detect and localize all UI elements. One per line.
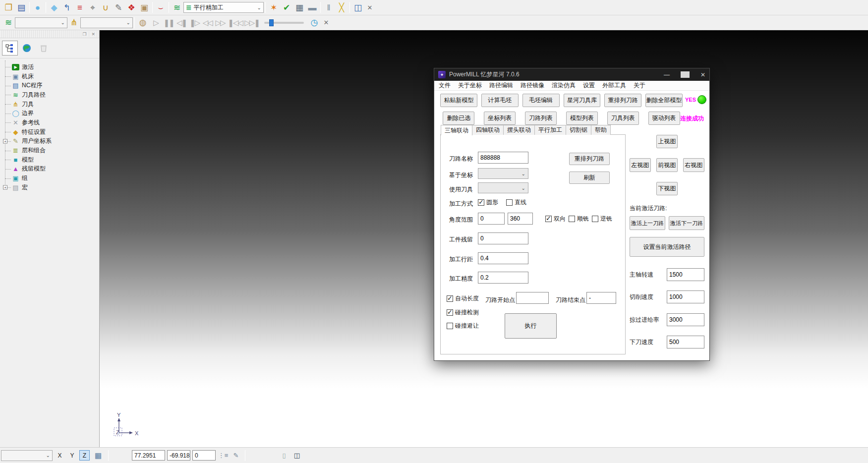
checkbox-icon[interactable] bbox=[478, 199, 484, 206]
menu-settings[interactable]: 设置 bbox=[583, 81, 595, 90]
reorder-paths-button[interactable]: 重排列刀路 bbox=[569, 153, 610, 165]
tree-item-active[interactable]: ▶ 激活 bbox=[3, 62, 99, 72]
toolbar-close-icon[interactable]: ✕ bbox=[321, 16, 332, 29]
tool-icon[interactable]: ⌖ bbox=[86, 1, 99, 14]
front-view-button[interactable]: 前视图 bbox=[656, 158, 678, 172]
tree-item-machine[interactable]: ▣ 机床 bbox=[3, 72, 99, 81]
tab-4axis[interactable]: 四轴联动 bbox=[472, 125, 504, 135]
tree-item-groups[interactable]: ▣ 组 bbox=[3, 174, 99, 183]
coord-x-field[interactable]: 77.2951 bbox=[132, 450, 165, 461]
rewind-icon[interactable]: ◁◁ bbox=[201, 16, 214, 29]
tab-saw[interactable]: 切割锯 bbox=[566, 125, 591, 135]
sort-list-icon[interactable]: ⋮≡ bbox=[218, 449, 229, 462]
tab-3axis[interactable]: 三轴联动 bbox=[441, 125, 472, 135]
bidirectional-checkbox[interactable]: 双向 bbox=[545, 215, 566, 223]
cutting-feed-input[interactable] bbox=[667, 290, 704, 303]
menu-ext-tools[interactable]: 外部工具 bbox=[602, 81, 626, 90]
line-checkbox[interactable]: 直线 bbox=[506, 198, 526, 207]
tab-explorer-globe[interactable] bbox=[19, 41, 35, 56]
open-file-icon[interactable]: ❐ bbox=[2, 1, 15, 14]
statusbar-combobox[interactable]: ⌄ bbox=[1, 450, 53, 461]
checkbox-icon[interactable] bbox=[506, 199, 513, 206]
tree-item-toolpaths[interactable]: ≋ 刀具路径 bbox=[3, 90, 99, 100]
panel-close-icon[interactable]: ✕ bbox=[90, 32, 96, 37]
save-icon[interactable]: ▤ bbox=[15, 1, 28, 14]
slider-handle[interactable] bbox=[269, 19, 274, 26]
reorder-paths-button[interactable]: 重排列刀路 bbox=[604, 94, 641, 107]
calc-block-button[interactable]: 计算毛坯 bbox=[481, 94, 519, 107]
tab-explorer-tree[interactable] bbox=[2, 41, 18, 56]
execute-button[interactable]: 执行 bbox=[505, 313, 557, 339]
play-icon[interactable]: ▷ bbox=[149, 16, 162, 29]
tree-item-feature-sets[interactable]: ◆ 特征设置 bbox=[3, 127, 99, 137]
toolpath-icon[interactable]: ≋ bbox=[171, 1, 183, 14]
menu-mirror[interactable]: 路径镜像 bbox=[521, 81, 544, 90]
tree-item-tools[interactable]: ⋔ 刀具 bbox=[3, 100, 99, 109]
edit-block-button[interactable]: 毛坯编辑 bbox=[522, 94, 560, 107]
holder-icon[interactable]: ∪ bbox=[99, 1, 112, 14]
panel-float-icon[interactable]: ❐ bbox=[81, 32, 87, 37]
skim-feed-input[interactable] bbox=[667, 313, 704, 326]
bottom-view-button[interactable]: 下视图 bbox=[656, 182, 678, 195]
delete-selected-button[interactable]: 删除已选 bbox=[443, 112, 474, 125]
tool-block-icon[interactable]: ▣ bbox=[138, 1, 151, 14]
tree-item-levels-sets[interactable]: ≣ 层和组合 bbox=[3, 146, 99, 155]
angle-from-input[interactable] bbox=[478, 213, 505, 225]
tool-pair-icon[interactable]: ‖ bbox=[322, 1, 335, 14]
toolpath-name-input[interactable] bbox=[478, 152, 528, 164]
swap-arrows-icon[interactable]: ╳ bbox=[335, 1, 348, 14]
stepover-input[interactable] bbox=[478, 252, 528, 264]
go-to-start-icon[interactable]: ❚◁◁ bbox=[227, 16, 243, 29]
tolerance-input[interactable] bbox=[478, 272, 528, 284]
spindle-speed-input[interactable] bbox=[667, 268, 704, 281]
tree-item-nc-program[interactable]: ▤ NC程序 bbox=[3, 81, 99, 90]
use-tool-combobox[interactable]: ⌄ bbox=[478, 182, 528, 193]
ruler-icon[interactable]: ▬ bbox=[306, 1, 319, 14]
base-coord-combobox[interactable]: ⌄ bbox=[478, 168, 528, 179]
checkbox-icon[interactable] bbox=[545, 216, 552, 222]
shaded-render-icon[interactable]: ● bbox=[31, 1, 44, 14]
z-axis-button[interactable]: Z bbox=[79, 450, 90, 461]
strategy-combobox[interactable]: ≣ 平行精加工 ⌄ bbox=[183, 2, 264, 13]
device-icon[interactable]: ◫ bbox=[291, 449, 302, 462]
tool-library-button[interactable]: 星河刀具库 bbox=[564, 94, 601, 107]
grid-icon[interactable]: ▦ bbox=[92, 449, 105, 462]
top-view-button[interactable]: 上视图 bbox=[656, 135, 678, 148]
model-list-button[interactable]: 模型列表 bbox=[566, 112, 598, 125]
verify-icon[interactable]: ✔ bbox=[280, 1, 293, 14]
viewport-canvas[interactable]: Y Z X ✦ PowerMILL 忆梦星河 7.0.6 — ✕ 文件 关于坐标… bbox=[100, 30, 868, 447]
menu-coords[interactable]: 关于坐标 bbox=[458, 81, 482, 90]
lightbulb-icon[interactable]: ◍ bbox=[136, 16, 149, 29]
menu-file[interactable]: 文件 bbox=[439, 81, 451, 90]
checkbox-icon[interactable] bbox=[569, 216, 575, 222]
climb-checkbox[interactable]: 顺铣 bbox=[569, 215, 589, 223]
levels-page-icon[interactable]: ▯ bbox=[279, 449, 289, 462]
pause-icon[interactable]: ❚❚ bbox=[162, 16, 175, 29]
close-button[interactable]: ✕ bbox=[700, 71, 705, 78]
conventional-checkbox[interactable]: 逆铣 bbox=[592, 215, 612, 223]
left-view-button[interactable]: 左视图 bbox=[630, 158, 651, 172]
tab-parallel[interactable]: 平行加工 bbox=[534, 125, 566, 135]
pick-point-icon[interactable]: ✎ bbox=[231, 449, 241, 462]
tools-icon[interactable]: ⋔ bbox=[67, 16, 80, 29]
go-to-end-icon[interactable]: ▷▷❚ bbox=[243, 16, 260, 29]
tree-item-models[interactable]: ■ 模型 bbox=[3, 155, 99, 165]
tree-item-patterns[interactable]: ✕ 参考线 bbox=[3, 118, 99, 127]
tree-item-stock-models[interactable]: ▲ 残留模型 bbox=[3, 165, 99, 174]
auto-length-checkbox[interactable]: 自动长度 bbox=[447, 294, 479, 303]
fast-forward-icon[interactable]: ▷▷ bbox=[214, 16, 227, 29]
workplane-edit-icon[interactable]: ✎ bbox=[112, 1, 125, 14]
coord-y-field[interactable]: -69.918 bbox=[167, 450, 190, 461]
expand-plus-icon[interactable]: + bbox=[3, 185, 7, 190]
tab-help[interactable]: 帮助 bbox=[591, 125, 611, 135]
expand-plus-icon[interactable]: + bbox=[3, 139, 7, 143]
dialog-title-bar[interactable]: ✦ PowerMILL 忆梦星河 7.0.6 — ✕ bbox=[434, 68, 709, 81]
menu-simulate[interactable]: 渲染仿真 bbox=[552, 81, 576, 90]
circle-checkbox[interactable]: 圆形 bbox=[478, 198, 498, 207]
feeds-speeds-icon[interactable]: ≡ bbox=[73, 1, 86, 14]
coord-z-field[interactable]: 0 bbox=[192, 450, 216, 461]
stock-remain-input[interactable] bbox=[478, 232, 528, 244]
path-list-button[interactable]: 刀路列表 bbox=[525, 112, 557, 125]
tree-item-workplanes[interactable]: + ✎ 用户坐标系 bbox=[3, 137, 99, 146]
checkbox-icon[interactable] bbox=[447, 323, 453, 329]
